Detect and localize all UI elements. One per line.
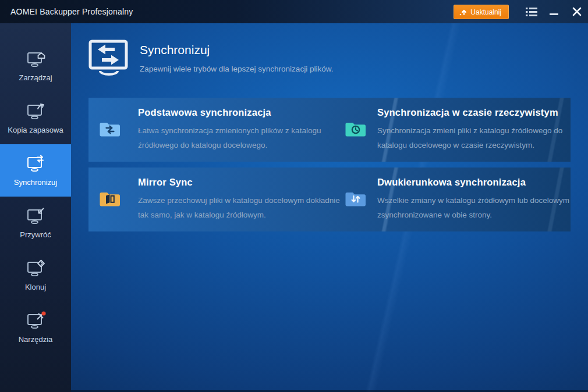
minimize-icon[interactable] (546, 3, 561, 20)
card-realtime-sync[interactable]: Synchronizacja w czasie rzeczywistym Syn… (345, 98, 571, 162)
sidebar: Zarządzaj Kopia zapasowa Synchronizu (0, 23, 71, 392)
sidebar-item-label: Zarządzaj (19, 73, 52, 82)
notification-dot (41, 311, 45, 315)
monitor-tools-icon (25, 311, 46, 330)
page-header: Synchronizuj Zapewnij wiele trybów dla l… (88, 40, 333, 79)
card-description: Synchronizacja zmieni pliki z katalogu ź… (377, 123, 571, 152)
sidebar-item-label: Klonuj (25, 283, 46, 291)
card-title: Podstawowa synchronizacja (138, 107, 341, 118)
sidebar-item-manage[interactable]: Zarządzaj (0, 40, 71, 92)
upgrade-arrow-icon (459, 8, 467, 16)
sidebar-item-tools[interactable]: Narzędzia (0, 301, 71, 354)
upgrade-button-label: Uaktualnij (470, 8, 501, 16)
sidebar-item-label: Kopia zapasowa (8, 126, 63, 134)
folder-sync-icon (99, 120, 121, 140)
page-title: Synchronizuj (140, 43, 333, 57)
sync-monitor-icon (88, 40, 129, 79)
sidebar-item-restore[interactable]: Przywróć (0, 197, 71, 249)
mode-row-2: Mirror Sync Zawsze przechowuj pliki w ka… (88, 168, 571, 231)
card-two-way-sync[interactable]: Dwukierunkowa synchronizacja Wszelkie zm… (345, 168, 571, 231)
menu-icon[interactable] (524, 3, 539, 20)
monitor-home-icon (25, 49, 46, 68)
sync-mode-list: Podstawowa synchronizacja Łatwa synchron… (88, 98, 571, 237)
upgrade-button[interactable]: Uaktualnij (454, 5, 509, 19)
monitor-backup-icon (25, 102, 46, 120)
card-mirror-sync[interactable]: Mirror Sync Zawsze przechowuj pliki w ka… (99, 168, 341, 231)
sidebar-item-clone[interactable]: Klonuj (0, 249, 71, 301)
monitor-sync-icon (25, 154, 46, 173)
sidebar-item-label: Przywróć (20, 230, 51, 239)
card-description: Wszelkie zmiany w katalogu źródłowym lub… (377, 193, 571, 222)
folder-updown-icon (345, 190, 367, 210)
sidebar-item-label: Synchronizuj (14, 178, 57, 187)
close-icon[interactable] (569, 3, 585, 20)
card-basic-sync[interactable]: Podstawowa synchronizacja Łatwa synchron… (99, 98, 341, 162)
folder-clock-icon (345, 120, 367, 140)
app-window: AOMEI Backupper Profesjonalny Uaktualnij (0, 0, 588, 392)
card-description: Zawsze przechowuj pliki w katalogu docel… (138, 193, 341, 222)
monitor-restore-icon (25, 206, 46, 225)
page-subtitle: Zapewnij wiele trybów dla lepszej synchr… (140, 65, 333, 73)
card-title: Dwukierunkowa synchronizacja (377, 177, 571, 188)
window-title: AOMEI Backupper Profesjonalny (10, 7, 133, 16)
monitor-clone-icon (25, 259, 46, 277)
card-description: Łatwa synchronizacja zmienionych plików … (138, 123, 341, 152)
titlebar: AOMEI Backupper Profesjonalny Uaktualnij (0, 0, 588, 23)
card-title: Mirror Sync (138, 177, 341, 188)
sidebar-item-sync[interactable]: Synchronizuj (0, 144, 71, 197)
card-title: Synchronizacja w czasie rzeczywistym (377, 107, 571, 118)
main-content: Synchronizuj Zapewnij wiele trybów dla l… (71, 23, 588, 392)
sidebar-item-label: Narzędzia (19, 335, 53, 344)
folder-mirror-icon (99, 190, 121, 210)
mode-row-1: Podstawowa synchronizacja Łatwa synchron… (88, 98, 571, 162)
sidebar-item-backup[interactable]: Kopia zapasowa (0, 92, 71, 144)
